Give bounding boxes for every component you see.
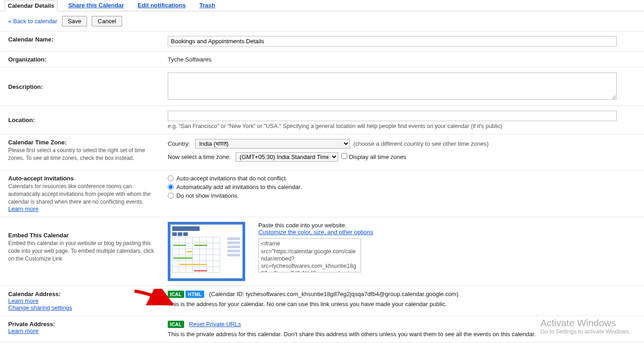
auto-accept-opt2-label: Automatically add all invitations to thi…: [176, 184, 302, 190]
label-location: Location:: [8, 117, 35, 123]
label-calendar-address: Calendar Address:: [8, 291, 159, 297]
label-organization: Organization:: [8, 56, 159, 63]
timezone-desc: Please first select a country to select …: [8, 147, 159, 162]
section-calendar-name: Calendar Name:: [0, 31, 644, 51]
timezone-select[interactable]: (GMT+05:30) India Standard Time: [236, 152, 338, 162]
label-private-address: Private Address:: [8, 321, 159, 328]
private-ical-badge[interactable]: ICAL: [168, 321, 184, 328]
embed-customize-link[interactable]: Customize the color, size, and other opt…: [258, 229, 373, 235]
address-learn-more[interactable]: Learn more: [8, 297, 38, 304]
tz-label: Now select a time zone:: [168, 154, 231, 160]
tab-calendar-details[interactable]: Calendar Details: [5, 0, 57, 11]
country-label: Country:: [168, 140, 190, 147]
address-html-badge[interactable]: HTML: [185, 291, 204, 298]
calendar-id-text: (Calendar ID: tychesoftwares.com_khsunti…: [209, 291, 459, 297]
private-desc: This is the private address for this cal…: [168, 331, 636, 338]
section-auto-accept: Auto-accept invitations Calendars for re…: [0, 170, 644, 217]
address-ical-badge[interactable]: ICAL: [168, 291, 184, 298]
calendar-name-input[interactable]: [168, 36, 617, 46]
cancel-button[interactable]: Cancel: [92, 16, 122, 26]
section-organization: Organization: Tyche Softwares: [0, 51, 644, 67]
organization-value: Tyche Softwares: [168, 56, 211, 63]
tab-edit-notifications[interactable]: Edit notifications: [135, 0, 188, 11]
auto-accept-opt3-radio[interactable]: [168, 193, 174, 199]
auto-accept-opt1-label: Auto-accept invitations that do not conf…: [176, 175, 288, 182]
save-button[interactable]: Save: [62, 16, 88, 26]
section-calendar-address: Calendar Address: Learn more Change shar…: [0, 286, 644, 316]
private-learn-more[interactable]: Learn more: [8, 328, 38, 334]
section-timezone: Calendar Time Zone: Please first select …: [0, 134, 644, 170]
label-embed: Embed This Calendar: [8, 232, 159, 239]
tab-share-calendar[interactable]: Share this Calendar: [66, 0, 127, 11]
label-timezone: Calendar Time Zone:: [8, 139, 159, 146]
reset-private-urls-link[interactable]: Reset Private URLs: [189, 321, 241, 328]
location-helper: e.g. "San Francisco" or "New York" or "U…: [168, 123, 636, 129]
auto-accept-desc: Calendars for resources like conference …: [8, 183, 159, 205]
embed-paste-text: Paste this code into your website.: [258, 222, 373, 229]
change-sharing-link[interactable]: Change sharing settings: [8, 304, 72, 311]
section-location: Location: e.g. "San Francisco" or "New Y…: [0, 106, 644, 134]
display-all-tz-label: Display all time zones: [349, 154, 407, 160]
address-desc: This is the address for your calendar. N…: [168, 301, 636, 307]
section-embed: Embed This Calendar Embed this calendar …: [0, 217, 644, 286]
settings-tabs: Calendar Details Share this Calendar Edi…: [0, 0, 644, 11]
tab-trash[interactable]: Trash: [196, 0, 218, 11]
location-input[interactable]: [168, 111, 617, 121]
label-description: Description:: [8, 83, 43, 90]
display-all-tz-checkbox[interactable]: [341, 153, 347, 159]
auto-accept-opt2-radio[interactable]: [168, 184, 174, 190]
country-hint: (choose a different country to see other…: [353, 140, 489, 147]
toolbar: « Back to calendar Save Cancel: [0, 11, 644, 31]
embed-code-textarea[interactable]: <iframe src="https://calendar.google.com…: [258, 238, 361, 272]
country-select[interactable]: India (भारत): [195, 139, 350, 148]
auto-accept-opt3-label: Do not show invitations.: [176, 192, 239, 199]
embed-preview-icon: [168, 222, 245, 281]
back-to-calendar-link[interactable]: « Back to calendar: [8, 18, 57, 25]
label-calendar-name: Calendar Name:: [8, 36, 159, 43]
embed-desc: Embed this calendar in your website or b…: [8, 240, 159, 262]
auto-accept-learn-more[interactable]: Learn more: [8, 205, 38, 212]
label-auto-accept: Auto-accept invitations: [8, 175, 159, 182]
section-description: Description:: [0, 67, 644, 106]
section-private-address: Private Address: Learn more ICAL Reset P…: [0, 316, 644, 342]
description-textarea[interactable]: [168, 72, 617, 100]
auto-accept-opt1-radio[interactable]: [168, 175, 174, 181]
